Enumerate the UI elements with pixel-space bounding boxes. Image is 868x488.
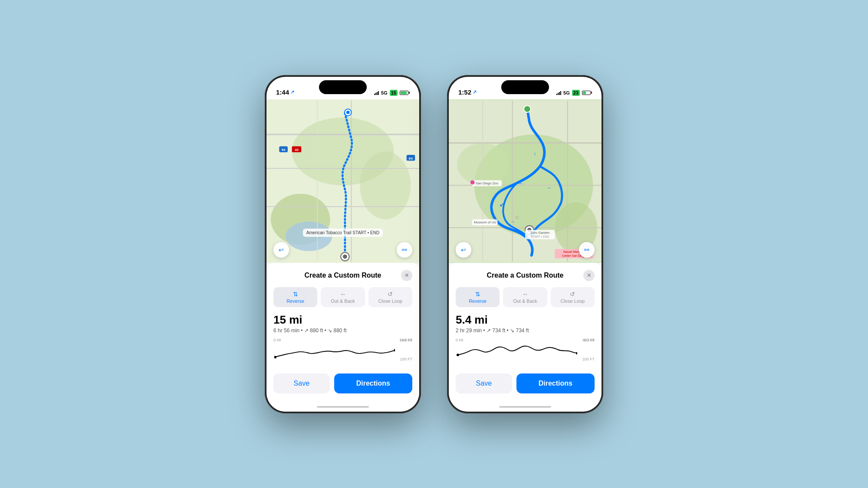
svg-point-3: [360, 151, 411, 219]
map-route-options-button-2[interactable]: ⚯: [579, 242, 595, 258]
tab-close-loop-label-2: Close Loop: [560, 298, 585, 304]
dynamic-island-1: [319, 80, 367, 94]
svg-text:40: 40: [295, 148, 299, 152]
elevation-svg-2: [456, 338, 577, 361]
tab-reverse-2[interactable]: ⇅ Reverse: [456, 287, 500, 307]
action-row-2: Save Directions: [456, 373, 595, 393]
svg-text:↙: ↙: [500, 202, 504, 207]
svg-point-22: [394, 349, 395, 351]
tab-out-back-1[interactable]: ↔ Out & Back: [321, 287, 365, 307]
home-indicator-2: [449, 402, 602, 412]
tab-row-2: ⇅ Reverse ↔ Out & Back ↺ Close Loop: [456, 287, 595, 307]
route-options-icon-1: ⚯: [402, 246, 407, 253]
svg-text:↑: ↑: [534, 151, 536, 156]
phone-1: 1:44 ↗ 5G 15: [265, 75, 421, 413]
svg-text:64: 64: [409, 156, 413, 160]
back-icon-1: ↩: [279, 246, 284, 253]
chart-area-1: [273, 338, 395, 361]
svg-point-21: [274, 356, 276, 358]
map-route-options-button-1[interactable]: ⚯: [397, 242, 412, 258]
svg-text:☆: ☆: [491, 214, 496, 220]
dynamic-island-2: [501, 80, 549, 94]
save-button-2[interactable]: Save: [456, 373, 512, 393]
home-bar-2: [499, 406, 551, 408]
network-label-1: 5G: [381, 90, 388, 95]
svg-point-57: [576, 352, 577, 354]
svg-text:↓: ↓: [557, 204, 559, 210]
close-button-2[interactable]: ✕: [583, 270, 595, 281]
location-arrow-icon-2: ↗: [473, 89, 477, 95]
tab-row-1: ⇅ Reverse ↔ Out & Back ↺ Close Loop: [273, 287, 412, 307]
map-area-1: 54 64 40 American Tobacco Trail START • …: [266, 99, 419, 263]
directions-button-2[interactable]: Directions: [516, 373, 595, 393]
elevation-chart-1: 500 FT 100 FT 0 MI 14.8 MI: [273, 338, 412, 368]
action-row-1: Save Directions: [273, 373, 412, 393]
elevation-labels-2: 400 FT 100 FT: [582, 338, 595, 368]
map-svg-2: ↑ ← → ↙ ↓ → San Diego Zoo M: [449, 99, 602, 263]
map-controls-left-2[interactable]: ↩: [456, 242, 471, 258]
elevation-chart-2: 400 FT 100 FT 0 MI 5.3 MI: [456, 338, 595, 368]
svg-point-4: [286, 221, 332, 251]
svg-point-56: [457, 354, 459, 356]
tab-reverse-label-1: Reverse: [286, 298, 304, 304]
map-back-button-1[interactable]: ↩: [273, 242, 289, 258]
signal-icon-2: [556, 91, 561, 95]
back-icon-2: ↩: [461, 246, 466, 253]
svg-point-41: [524, 105, 531, 112]
route-distance-2: 5.4 mi: [456, 313, 595, 327]
map-svg-1: 54 64 40: [266, 99, 419, 263]
tab-close-loop-2[interactable]: ↺ Close Loop: [551, 287, 595, 307]
panel-title-1: Create a Custom Route: [285, 272, 401, 279]
battery-2: [582, 91, 592, 95]
svg-text:Zoro Garden: Zoro Garden: [530, 230, 549, 234]
tab-out-back-label-2: Out & Back: [513, 298, 537, 304]
tab-reverse-1[interactable]: ⇅ Reverse: [273, 287, 317, 307]
svg-text:Museum of Us: Museum of Us: [474, 220, 496, 224]
reverse-icon-2: ⇅: [475, 291, 480, 298]
route-options-icon-2: ⚯: [584, 246, 589, 253]
svg-point-11: [346, 111, 350, 114]
elevation-labels-1: 500 FT 100 FT: [400, 338, 412, 368]
signal-icon-1: [374, 91, 379, 95]
svg-point-13: [343, 254, 347, 259]
map-area-2: ↑ ← → ↙ ↓ → San Diego Zoo M: [449, 99, 602, 263]
route-meta-2: 2 hr 29 min • ↗ 734 ft • ↘ 734 ft: [456, 328, 595, 334]
directions-button-1[interactable]: Directions: [334, 373, 412, 393]
close-button-1[interactable]: ✕: [401, 270, 412, 281]
svg-text:←: ←: [519, 180, 524, 186]
bottom-panel-2: Create a Custom Route ✕ ⇅ Reverse ↔ Out …: [449, 263, 602, 402]
svg-text:☆: ☆: [515, 214, 519, 220]
save-button-1[interactable]: Save: [273, 373, 330, 393]
out-back-icon-2: ↔: [522, 291, 528, 298]
tab-out-back-2[interactable]: ↔ Out & Back: [503, 287, 547, 307]
tab-reverse-label-2: Reverse: [469, 298, 487, 304]
elevation-svg-1: [273, 338, 395, 361]
svg-text:San Diego Zoo: San Diego Zoo: [476, 181, 499, 185]
battery-1: [400, 91, 410, 95]
route-meta-1: 6 hr 56 min • ↗ 880 ft • ↘ 880 ft: [273, 328, 412, 334]
phone-2: 1:52 ↗ 5G 23: [447, 75, 603, 413]
chart-area-2: [456, 338, 577, 361]
home-indicator-1: [266, 402, 419, 412]
panel-header-2: Create a Custom Route ✕: [456, 270, 595, 281]
svg-text:START • END: START • END: [531, 235, 549, 238]
location-arrow-icon-1: ↗: [290, 89, 294, 95]
panel-title-2: Create a Custom Route: [467, 272, 583, 279]
svg-point-44: [470, 180, 475, 184]
bottom-panel-1: Create a Custom Route ✕ ⇅ Reverse ↔ Out …: [266, 263, 419, 402]
close-loop-icon-2: ↺: [570, 291, 575, 298]
svg-text:54: 54: [282, 148, 286, 152]
home-bar-1: [317, 406, 369, 408]
svg-text:→: →: [546, 185, 552, 190]
map-background-1: 54 64 40: [266, 99, 419, 263]
map-controls-left-1[interactable]: ↩: [273, 242, 289, 258]
network-badge-2: 23: [572, 90, 580, 96]
status-time-2: 1:52 ↗: [458, 88, 477, 96]
tab-close-loop-1[interactable]: ↺ Close Loop: [368, 287, 412, 307]
map-back-button-2[interactable]: ↩: [456, 242, 471, 258]
status-icons-1: 5G 15: [374, 90, 410, 96]
route-distance-1: 15 mi: [273, 313, 412, 327]
status-icons-2: 5G 23: [556, 90, 592, 96]
network-badge-1: 15: [390, 90, 398, 96]
network-label-2: 5G: [563, 90, 570, 95]
